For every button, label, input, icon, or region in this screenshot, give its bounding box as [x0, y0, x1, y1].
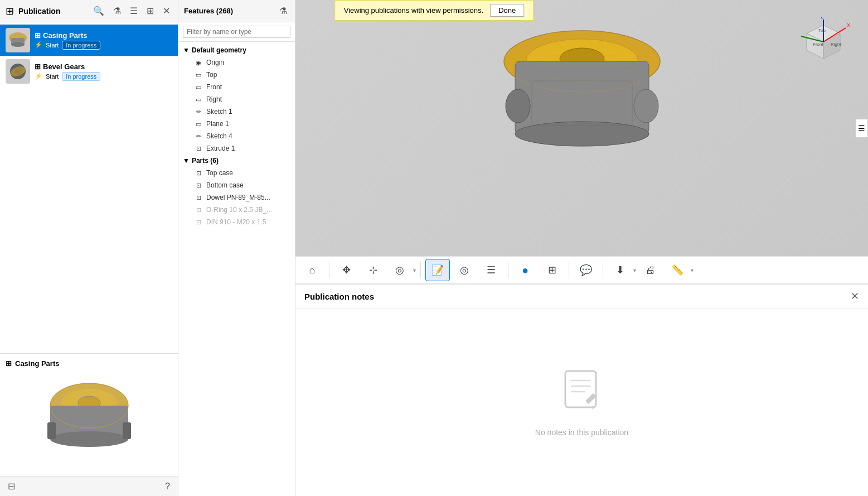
origin-icon: ◉: [194, 58, 203, 67]
tree-item-bottom-case[interactable]: ⊡ Bottom case: [178, 179, 295, 191]
svg-rect-12: [123, 422, 131, 439]
publication-item-casing-parts[interactable]: ⊞ Casing Parts ⚡ Start In progress: [0, 25, 178, 56]
left-sidebar: ⊞ Publication 🔍 ⚗ ☰ ⊞ ✕ ⊞: [0, 0, 178, 496]
toolbar-divider-5: [603, 262, 603, 278]
print-button[interactable]: 🖨: [638, 259, 663, 281]
tree-item-sketch1[interactable]: ✏ Sketch 1: [178, 105, 295, 118]
main-toolbar: ⌂ ✥ ⊹ ◎ ▾ 📝 ◎ ☰ ● ⊞ 💬 ⬇ ▾ 🖨 📏: [295, 256, 868, 284]
features-panel: Features (268) ⚗ ▼ Default geometry ◉ Or…: [178, 0, 295, 496]
tree-item-right[interactable]: ▭ Right: [178, 93, 295, 105]
download-dropdown-arrow[interactable]: ▾: [633, 267, 636, 273]
sidebar-filter-button[interactable]: ⚗: [111, 4, 123, 17]
svg-text:Top: Top: [818, 28, 826, 33]
comment-button[interactable]: 💬: [574, 259, 598, 281]
svg-text:Z: Z: [821, 17, 824, 20]
measure-dropdown-arrow[interactable]: ▾: [691, 267, 694, 273]
tree-item-sketch4[interactable]: ✏ Sketch 4: [178, 130, 295, 142]
tree-group-parts[interactable]: ▼ Parts (6): [178, 155, 295, 167]
list-view-button[interactable]: ☰: [479, 259, 503, 281]
features-search: [178, 22, 295, 42]
focus-button[interactable]: ◎: [387, 259, 412, 281]
tree-item-dowel[interactable]: ⊡ Dowel PN-89_M-85...: [178, 191, 295, 204]
part-icon-dowel: ⊡: [194, 193, 203, 202]
tree-item-plane1[interactable]: ▭ Plane 1: [178, 118, 295, 130]
tree-item-din910[interactable]: ⊡ DIN 910 - M20 x 1.5: [178, 216, 295, 228]
sidebar-grid-button[interactable]: ⊞: [144, 4, 156, 17]
notes-content: No notes in this publication: [295, 309, 868, 496]
notification-bar: Viewing publications with view permissio…: [334, 0, 534, 21]
sketch-icon-4: ✏: [194, 132, 203, 141]
status-badge-bevel: In progress: [62, 72, 100, 81]
home-button[interactable]: ⌂: [300, 259, 324, 281]
done-button[interactable]: Done: [490, 4, 524, 17]
sidebar-header: ⊞ Publication 🔍 ⚗ ☰ ⊞ ✕: [0, 0, 178, 22]
preview-expand-button[interactable]: ⊟: [6, 480, 17, 493]
collapse-panel-area: ☰: [855, 119, 868, 138]
toolbar-divider-4: [569, 262, 569, 278]
pan-button[interactable]: ⊹: [361, 259, 385, 281]
move-button[interactable]: ✥: [334, 259, 358, 281]
pub-name-casing: ⊞ Casing Parts: [35, 31, 172, 40]
sidebar-search-button[interactable]: 🔍: [91, 4, 106, 17]
features-title: Features (268): [184, 7, 274, 15]
tree-item-top-case[interactable]: ⊡ Top case: [178, 167, 295, 179]
features-filter-button[interactable]: ⚗: [277, 4, 289, 17]
download-button[interactable]: ⬇: [608, 259, 632, 281]
tree-item-top[interactable]: ▭ Top: [178, 69, 295, 81]
part-icon-top-case: ⊡: [194, 168, 203, 177]
focus-dropdown-arrow[interactable]: ▾: [413, 267, 416, 273]
tree-item-origin[interactable]: ◉ Origin: [178, 56, 295, 69]
notes-panel-title: Publication notes: [304, 292, 374, 301]
tree-item-front[interactable]: ▭ Front: [178, 81, 295, 93]
toolbar-divider-2: [420, 262, 421, 278]
features-tree: ▼ Default geometry ◉ Origin ▭ Top ▭ Fron…: [178, 42, 295, 496]
notes-close-button[interactable]: ✕: [851, 290, 859, 302]
sidebar-close-button[interactable]: ✕: [161, 4, 172, 17]
sidebar-list-button[interactable]: ☰: [128, 4, 140, 17]
svg-text:X: X: [847, 22, 850, 28]
svg-text:Front: Front: [813, 42, 823, 47]
measure-button[interactable]: 📏: [665, 259, 690, 281]
viewport-3d[interactable]: X Z Top Front Right: [295, 0, 868, 256]
extrude-icon-1: ⊡: [194, 144, 203, 153]
collapse-features-button[interactable]: ☰: [855, 119, 868, 138]
toolbar-divider-1: [329, 262, 329, 278]
preview-title: ⊞ Casing Parts: [6, 359, 172, 368]
preview-thumbnail: [33, 372, 145, 461]
svg-point-2: [11, 42, 25, 47]
notes-button[interactable]: 📝: [425, 259, 450, 281]
color-button[interactable]: ●: [513, 259, 537, 281]
tree-item-oring[interactable]: ⊡ O-Ring 10 x 2.5 JB_...: [178, 204, 295, 216]
notes-empty-icon: [560, 368, 604, 421]
main-viewport: X Z Top Front Right: [295, 0, 868, 496]
pub-name-bevel: ⊞ Bevel Gears: [35, 62, 172, 71]
toolbar-divider-3: [508, 262, 508, 278]
publication-item-bevel-gears[interactable]: ⊞ Bevel Gears ⚡ Start In progress: [0, 56, 178, 87]
notes-panel: Publication notes ✕ No notes in this pu: [295, 284, 868, 496]
preview-help-button[interactable]: ?: [163, 480, 172, 493]
publications-list: ⊞ Casing Parts ⚡ Start In progress: [0, 22, 178, 353]
pub-thumbnail-casing: [6, 28, 30, 52]
pub-thumbnail-bevel: [6, 59, 30, 84]
preview-footer: ⊟ ?: [0, 476, 178, 496]
features-header: Features (268) ⚗: [178, 0, 295, 22]
explode-button[interactable]: ⊞: [540, 259, 564, 281]
part-icon-oring: ⊡: [194, 205, 203, 214]
axis-indicator: X Z Top Front Right: [796, 17, 851, 73]
pub-info-casing: ⊞ Casing Parts ⚡ Start In progress: [35, 31, 172, 50]
notes-empty-text: No notes in this publication: [535, 428, 628, 437]
model-3d[interactable]: [471, 22, 694, 190]
tree-item-extrude1[interactable]: ⊡ Extrude 1: [178, 142, 295, 155]
tree-group-default-geometry[interactable]: ▼ Default geometry: [178, 44, 295, 56]
svg-point-30: [506, 89, 530, 123]
features-search-input[interactable]: [183, 26, 290, 38]
svg-rect-11: [47, 422, 56, 439]
shading-button[interactable]: ◎: [452, 259, 477, 281]
plane-icon-front: ▭: [194, 83, 203, 92]
svg-text:Right: Right: [831, 42, 841, 47]
download-button-group: ⬇ ▾: [608, 259, 636, 281]
notes-header: Publication notes ✕: [295, 285, 868, 309]
pub-status-casing: ⚡ Start In progress: [35, 41, 172, 50]
pub-info-bevel: ⊞ Bevel Gears ⚡ Start In progress: [35, 62, 172, 81]
notification-text: Viewing publications with view permissio…: [344, 6, 484, 15]
